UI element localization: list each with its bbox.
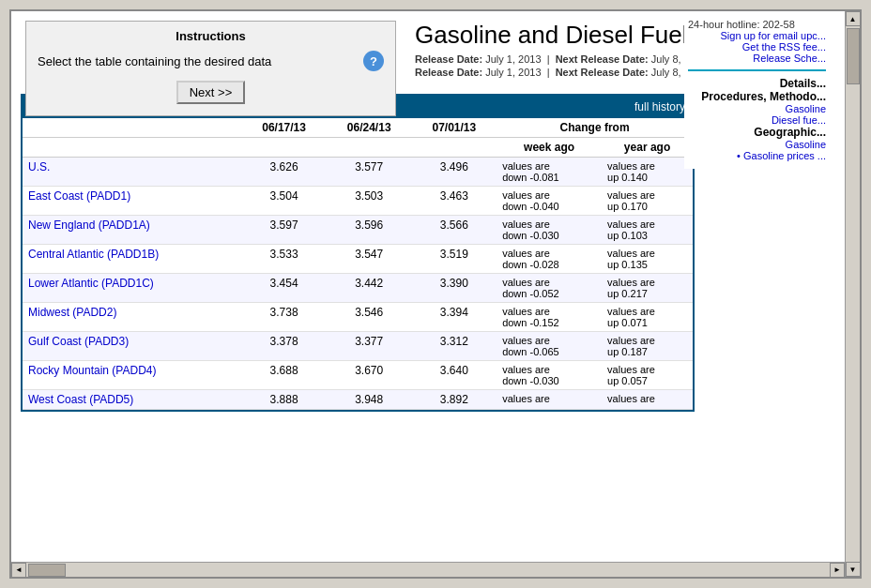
col1-header: 06/17/13 (241, 118, 327, 138)
email-signup-link[interactable]: Sign up for email upc... (688, 30, 826, 41)
change-year-cell: values areup 0.071 (602, 303, 693, 332)
value-col2: 3.577 (327, 158, 412, 187)
value-col1: 3.888 (241, 390, 327, 410)
scroll-thumb-vertical[interactable] (847, 28, 860, 84)
value-col3: 3.394 (412, 303, 497, 332)
change-week-cell: values aredown -0.081 (497, 158, 602, 187)
fuel-data-table: 06/17/13 06/24/13 07/01/13 Change from w… (23, 118, 693, 410)
next-release-label2: Next Release Date: (556, 67, 649, 78)
change-week-cell: values aredown -0.052 (497, 274, 602, 303)
procedures-label: Procedures, Methodo... (688, 90, 826, 103)
table-row: New England (PADD1A) 3.597 3.596 3.566 v… (23, 216, 693, 245)
region-cell[interactable]: New England (PADD1A) (23, 216, 241, 245)
data-table-section: U.S. Regular Gasoline Prices - dollars p… (21, 94, 695, 412)
scroll-up-arrow[interactable]: ▲ (846, 11, 861, 26)
change-year-cell: values areup 0.135 (602, 245, 693, 274)
diesel-link[interactable]: Diesel fue... (688, 114, 826, 126)
change-year-cell: values areup 0.170 (602, 187, 693, 216)
release-date-value: July 1, 2013 (485, 53, 541, 65)
change-week-cell: values aredown -0.030 (497, 361, 602, 390)
instructions-title: Instructions (38, 29, 384, 43)
region-cell[interactable]: Central Atlantic (PADD1B) (23, 245, 241, 274)
value-col3: 3.463 (412, 187, 497, 216)
help-icon[interactable]: ? (363, 51, 384, 71)
scroll-left-arrow[interactable]: ◄ (11, 563, 26, 578)
scroll-thumb-horizontal[interactable] (28, 564, 66, 577)
year-ago-header: year ago (602, 138, 693, 158)
value-col3: 3.519 (412, 245, 497, 274)
rss-feed-link[interactable]: Get the RSS fee... (688, 41, 826, 53)
region-cell[interactable]: Lower Atlantic (PADD1C) (23, 274, 241, 303)
value-col3: 3.566 (412, 216, 497, 245)
col3-sub (412, 138, 497, 158)
region-header (23, 118, 241, 138)
gasoline2-link[interactable]: Gasoline (688, 139, 826, 150)
change-year-cell: values areup 0.140 (602, 158, 693, 187)
table-row: U.S. 3.626 3.577 3.496 values aredown -0… (23, 158, 693, 187)
change-week-cell: values aredown -0.030 (497, 216, 602, 245)
value-col2: 3.503 (327, 187, 412, 216)
value-col3: 3.496 (412, 158, 497, 187)
col2-header: 06/24/13 (327, 118, 412, 138)
right-divider (688, 69, 826, 71)
details-label: Details... (688, 77, 826, 90)
scroll-right-arrow[interactable]: ► (830, 563, 845, 578)
change-week-cell: values aredown -0.152 (497, 303, 602, 332)
gasoline-prices-link[interactable]: • Gasoline prices ... (688, 150, 826, 161)
value-col3: 3.892 (412, 390, 497, 410)
change-week-cell: values aredown -0.065 (497, 332, 602, 361)
release-schedule-link[interactable]: Release Sche... (688, 53, 826, 64)
hotline-text: 24-hour hotline: 202-58 (688, 19, 826, 30)
value-col1: 3.378 (241, 332, 327, 361)
table-row: Rocky Mountain (PADD4) 3.688 3.670 3.640… (23, 361, 693, 390)
change-year-cell: values areup 0.217 (602, 274, 693, 303)
gasoline-link[interactable]: Gasoline (688, 103, 826, 114)
geographic-label: Geographic... (688, 126, 826, 139)
table-row: Lower Atlantic (PADD1C) 3.454 3.442 3.39… (23, 274, 693, 303)
change-year-cell: values areup 0.187 (602, 332, 693, 361)
horizontal-scrollbar[interactable]: ◄ ► (11, 562, 845, 577)
change-from-header: Change from (497, 118, 693, 138)
region-cell[interactable]: West Coast (PADD5) (23, 390, 241, 410)
value-col2: 3.948 (327, 390, 412, 410)
next-button[interactable]: Next >> (176, 81, 246, 104)
value-col3: 3.390 (412, 274, 497, 303)
value-col3: 3.312 (412, 332, 497, 361)
col3-header: 07/01/13 (412, 118, 497, 138)
value-col3: 3.640 (412, 361, 497, 390)
region-cell[interactable]: Midwest (PADD2) (23, 303, 241, 332)
region-cell[interactable]: East Coast (PADD1) (23, 187, 241, 216)
instructions-panel: Instructions Select the table containing… (25, 21, 396, 116)
full-history-link[interactable]: full history (634, 100, 685, 113)
value-col2: 3.547 (327, 245, 412, 274)
change-week-cell: values aredown -0.040 (497, 187, 602, 216)
table-row: East Coast (PADD1) 3.504 3.503 3.463 val… (23, 187, 693, 216)
table-row: West Coast (PADD5) 3.888 3.948 3.892 val… (23, 390, 693, 410)
sub-header-row: week ago year ago (23, 138, 693, 158)
change-year-cell: values areup 0.057 (602, 361, 693, 390)
value-col2: 3.377 (327, 332, 412, 361)
week-ago-header: week ago (497, 138, 602, 158)
region-sub-header (23, 138, 241, 158)
change-year-cell: values areup 0.103 (602, 216, 693, 245)
region-cell[interactable]: Rocky Mountain (PADD4) (23, 361, 241, 390)
value-col1: 3.626 (241, 158, 327, 187)
change-week-cell: values aredown -0.028 (497, 245, 602, 274)
value-col1: 3.504 (241, 187, 327, 216)
value-col2: 3.442 (327, 274, 412, 303)
change-week-cell: values are (497, 390, 602, 410)
vertical-scrollbar[interactable]: ▲ ▼ (845, 11, 860, 577)
region-cell[interactable]: U.S. (23, 158, 241, 187)
value-col2: 3.546 (327, 303, 412, 332)
table-row: Midwest (PADD2) 3.738 3.546 3.394 values… (23, 303, 693, 332)
scroll-down-arrow[interactable]: ▼ (846, 562, 861, 577)
value-col2: 3.596 (327, 216, 412, 245)
release-date-label2: Release Date: (415, 67, 482, 78)
value-col1: 3.738 (241, 303, 327, 332)
col1-sub (241, 138, 327, 158)
instructions-text: Select the table containing the desired … (38, 54, 271, 68)
table-body: U.S. 3.626 3.577 3.496 values aredown -0… (23, 158, 693, 410)
table-row: Gulf Coast (PADD3) 3.378 3.377 3.312 val… (23, 332, 693, 361)
value-col1: 3.454 (241, 274, 327, 303)
region-cell[interactable]: Gulf Coast (PADD3) (23, 332, 241, 361)
